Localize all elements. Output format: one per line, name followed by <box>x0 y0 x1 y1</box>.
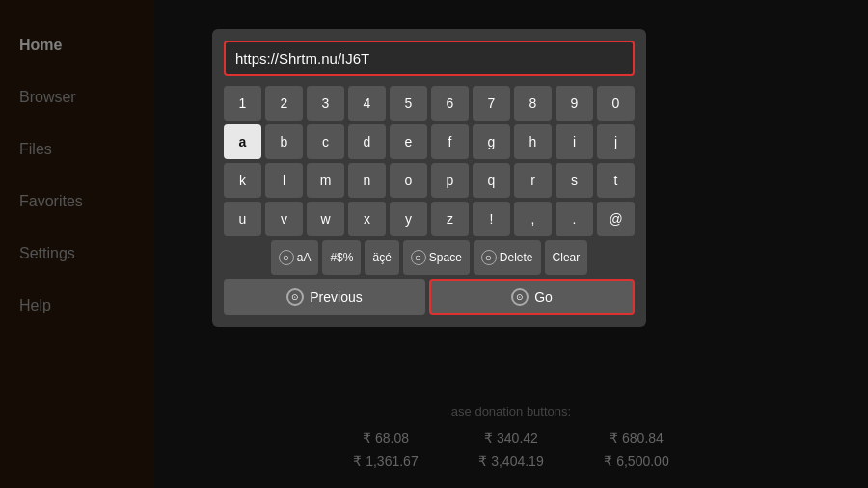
key-j[interactable]: j <box>597 124 635 159</box>
key-f[interactable]: f <box>431 124 469 159</box>
key-i[interactable]: i <box>556 124 593 159</box>
key-b[interactable]: b <box>265 124 303 159</box>
key-7[interactable]: 7 <box>473 86 510 121</box>
key-w[interactable]: w <box>307 202 344 236</box>
key-g[interactable]: g <box>473 124 510 159</box>
key-n[interactable]: n <box>348 163 386 198</box>
key-r[interactable]: r <box>514 163 552 198</box>
key-5[interactable]: 5 <box>390 86 427 121</box>
letter-row-3: uvwxyz!,.@ <box>224 202 635 236</box>
key-e[interactable]: e <box>390 124 427 159</box>
key-8[interactable]: 8 <box>514 86 552 121</box>
key-9[interactable]: 9 <box>556 86 593 121</box>
special-key-[interactable]: #$% <box>322 240 361 275</box>
special-key-[interactable]: äçé <box>365 240 398 275</box>
key-![interactable]: ! <box>473 202 510 236</box>
key-d[interactable]: d <box>348 124 386 159</box>
letter-row-1: abcdefghij <box>224 124 635 159</box>
key-s[interactable]: s <box>556 163 593 198</box>
key-0[interactable]: 0 <box>597 86 635 121</box>
key-m[interactable]: m <box>307 163 344 198</box>
special-key-space[interactable]: ⊙Space <box>403 240 470 275</box>
go-label: Go <box>534 289 553 305</box>
key-l[interactable]: l <box>265 163 303 198</box>
key-o[interactable]: o <box>390 163 427 198</box>
key-a[interactable]: a <box>224 124 261 159</box>
previous-label: Previous <box>310 289 362 305</box>
key-2[interactable]: 2 <box>265 86 303 121</box>
key-1[interactable]: 1 <box>224 86 261 121</box>
key-p[interactable]: p <box>431 163 469 198</box>
key-6[interactable]: 6 <box>431 86 469 121</box>
keyboard-dialog: 1234567890 abcdefghij klmnopqrst uvwxyz!… <box>212 29 646 327</box>
number-row: 1234567890 <box>224 86 635 121</box>
key-z[interactable]: z <box>431 202 469 236</box>
key-.[interactable]: . <box>556 202 593 236</box>
special-row: ⊙aA#$%äçé⊙Space⊙DeleteClear <box>224 240 635 275</box>
special-key-delete[interactable]: ⊙Delete <box>474 240 541 275</box>
go-button[interactable]: ⊙ Go <box>429 279 635 315</box>
key-x[interactable]: x <box>348 202 386 236</box>
key-t[interactable]: t <box>597 163 635 198</box>
key-c[interactable]: c <box>307 124 344 159</box>
previous-icon: ⊙ <box>286 288 304 306</box>
key-k[interactable]: k <box>224 163 261 198</box>
special-key-aa[interactable]: ⊙aA <box>271 240 319 275</box>
url-input[interactable] <box>226 42 633 74</box>
letter-row-2: klmnopqrst <box>224 163 635 198</box>
special-key-clear[interactable]: Clear <box>545 240 588 275</box>
previous-button[interactable]: ⊙ Previous <box>224 279 425 315</box>
key-4[interactable]: 4 <box>348 86 386 121</box>
key-@[interactable]: @ <box>597 202 635 236</box>
go-icon: ⊙ <box>511 288 529 306</box>
key-,[interactable]: , <box>514 202 552 236</box>
key-3[interactable]: 3 <box>307 86 344 121</box>
nav-row: ⊙ Previous ⊙ Go <box>224 279 635 315</box>
url-input-wrapper[interactable] <box>224 41 635 76</box>
key-h[interactable]: h <box>514 124 552 159</box>
key-y[interactable]: y <box>390 202 427 236</box>
key-v[interactable]: v <box>265 202 303 236</box>
key-q[interactable]: q <box>473 163 510 198</box>
key-u[interactable]: u <box>224 202 261 236</box>
